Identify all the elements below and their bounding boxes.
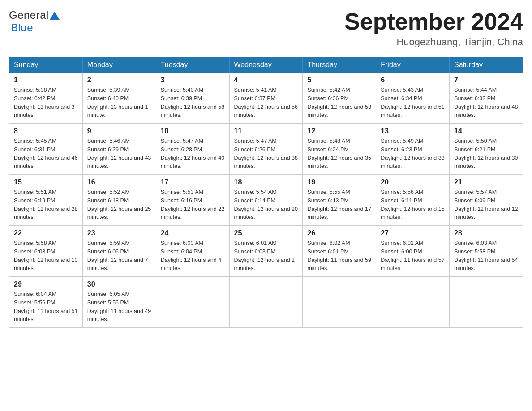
- day-info: Sunrise: 6:03 AM Sunset: 5:58 PM Dayligh…: [454, 239, 518, 273]
- day-number: 8: [14, 127, 78, 135]
- week-row-1: 1 Sunrise: 5:38 AM Sunset: 6:42 PM Dayli…: [9, 73, 523, 124]
- day-info: Sunrise: 6:05 AM Sunset: 5:55 PM Dayligh…: [87, 290, 151, 324]
- table-row: 20 Sunrise: 5:56 AM Sunset: 6:11 PM Dayl…: [376, 175, 450, 226]
- day-number: 6: [381, 76, 445, 84]
- table-row: 17 Sunrise: 5:53 AM Sunset: 6:16 PM Dayl…: [156, 175, 229, 226]
- day-info: Sunrise: 5:45 AM Sunset: 6:31 PM Dayligh…: [14, 137, 78, 171]
- table-row: 3 Sunrise: 5:40 AM Sunset: 6:39 PM Dayli…: [156, 73, 229, 124]
- day-number: 22: [14, 229, 78, 237]
- day-number: 18: [234, 178, 298, 186]
- table-row: 4 Sunrise: 5:41 AM Sunset: 6:37 PM Dayli…: [229, 73, 303, 124]
- day-info: Sunrise: 6:01 AM Sunset: 6:03 PM Dayligh…: [234, 239, 298, 273]
- logo-general-text: General: [9, 9, 49, 21]
- day-info: Sunrise: 5:39 AM Sunset: 6:40 PM Dayligh…: [87, 86, 151, 120]
- logo: General Blue: [9, 9, 60, 34]
- table-row: 23 Sunrise: 5:59 AM Sunset: 6:06 PM Dayl…: [82, 226, 156, 277]
- day-number: 10: [161, 127, 225, 135]
- day-number: 25: [234, 229, 298, 237]
- day-number: 4: [234, 76, 298, 84]
- table-row: 2 Sunrise: 5:39 AM Sunset: 6:40 PM Dayli…: [82, 73, 156, 124]
- day-info: Sunrise: 5:55 AM Sunset: 6:13 PM Dayligh…: [307, 188, 371, 222]
- table-row: 12 Sunrise: 5:48 AM Sunset: 6:24 PM Dayl…: [303, 124, 376, 175]
- day-number: 17: [161, 178, 225, 186]
- day-info: Sunrise: 5:56 AM Sunset: 6:11 PM Dayligh…: [381, 188, 445, 222]
- day-info: Sunrise: 5:38 AM Sunset: 6:42 PM Dayligh…: [14, 86, 78, 120]
- table-row: 16 Sunrise: 5:52 AM Sunset: 6:18 PM Dayl…: [82, 175, 156, 226]
- table-row: 7 Sunrise: 5:44 AM Sunset: 6:32 PM Dayli…: [450, 73, 523, 124]
- table-row: [229, 277, 303, 328]
- table-row: 14 Sunrise: 5:50 AM Sunset: 6:21 PM Dayl…: [450, 124, 523, 175]
- week-row-3: 15 Sunrise: 5:51 AM Sunset: 6:19 PM Dayl…: [9, 175, 523, 226]
- day-number: 2: [87, 76, 151, 84]
- week-row-4: 22 Sunrise: 5:58 AM Sunset: 6:08 PM Dayl…: [9, 226, 523, 277]
- day-info: Sunrise: 5:52 AM Sunset: 6:18 PM Dayligh…: [87, 188, 151, 222]
- table-row: [376, 277, 450, 328]
- day-info: Sunrise: 5:59 AM Sunset: 6:06 PM Dayligh…: [87, 239, 151, 273]
- day-number: 28: [454, 229, 518, 237]
- day-number: 21: [454, 178, 518, 186]
- table-row: 15 Sunrise: 5:51 AM Sunset: 6:19 PM Dayl…: [9, 175, 83, 226]
- day-number: 27: [381, 229, 445, 237]
- day-number: 19: [307, 178, 371, 186]
- day-info: Sunrise: 5:57 AM Sunset: 6:09 PM Dayligh…: [454, 188, 518, 222]
- day-number: 3: [161, 76, 225, 84]
- day-number: 7: [454, 76, 518, 84]
- day-info: Sunrise: 5:58 AM Sunset: 6:08 PM Dayligh…: [14, 239, 78, 273]
- day-info: Sunrise: 5:41 AM Sunset: 6:37 PM Dayligh…: [234, 86, 298, 120]
- day-info: Sunrise: 5:54 AM Sunset: 6:14 PM Dayligh…: [234, 188, 298, 222]
- day-info: Sunrise: 5:48 AM Sunset: 6:24 PM Dayligh…: [307, 137, 371, 171]
- day-info: Sunrise: 5:43 AM Sunset: 6:34 PM Dayligh…: [381, 86, 445, 120]
- calendar-title-block: September 2024 Huogezhuang, Tianjin, Chi…: [344, 9, 523, 48]
- day-info: Sunrise: 5:46 AM Sunset: 6:29 PM Dayligh…: [87, 137, 151, 171]
- logo-triangle-icon: [50, 12, 60, 20]
- week-row-5: 29 Sunrise: 6:04 AM Sunset: 5:56 PM Dayl…: [9, 277, 523, 328]
- day-number: 26: [307, 229, 371, 237]
- table-row: 6 Sunrise: 5:43 AM Sunset: 6:34 PM Dayli…: [376, 73, 450, 124]
- table-row: 26 Sunrise: 6:02 AM Sunset: 6:01 PM Dayl…: [303, 226, 376, 277]
- day-number: 9: [87, 127, 151, 135]
- table-row: 19 Sunrise: 5:55 AM Sunset: 6:13 PM Dayl…: [303, 175, 376, 226]
- day-info: Sunrise: 5:49 AM Sunset: 6:23 PM Dayligh…: [381, 137, 445, 171]
- day-number: 20: [381, 178, 445, 186]
- day-number: 16: [87, 178, 151, 186]
- table-row: 11 Sunrise: 5:47 AM Sunset: 6:26 PM Dayl…: [229, 124, 303, 175]
- day-info: Sunrise: 5:47 AM Sunset: 6:28 PM Dayligh…: [161, 137, 225, 171]
- table-row: 8 Sunrise: 5:45 AM Sunset: 6:31 PM Dayli…: [9, 124, 83, 175]
- svg-marker-0: [50, 12, 60, 20]
- day-number: 24: [161, 229, 225, 237]
- table-row: 21 Sunrise: 5:57 AM Sunset: 6:09 PM Dayl…: [450, 175, 523, 226]
- table-row: [450, 277, 523, 328]
- day-number: 11: [234, 127, 298, 135]
- table-row: 5 Sunrise: 5:42 AM Sunset: 6:36 PM Dayli…: [303, 73, 376, 124]
- header-monday: Monday: [82, 57, 156, 73]
- header-tuesday: Tuesday: [156, 57, 229, 73]
- table-row: 27 Sunrise: 6:02 AM Sunset: 6:00 PM Dayl…: [376, 226, 450, 277]
- table-row: 29 Sunrise: 6:04 AM Sunset: 5:56 PM Dayl…: [9, 277, 83, 328]
- day-info: Sunrise: 5:44 AM Sunset: 6:32 PM Dayligh…: [454, 86, 518, 120]
- day-number: 14: [454, 127, 518, 135]
- day-info: Sunrise: 5:51 AM Sunset: 6:19 PM Dayligh…: [14, 188, 78, 222]
- calendar-table: Sunday Monday Tuesday Wednesday Thursday…: [9, 57, 523, 328]
- day-info: Sunrise: 5:42 AM Sunset: 6:36 PM Dayligh…: [307, 86, 371, 120]
- day-info: Sunrise: 5:50 AM Sunset: 6:21 PM Dayligh…: [454, 137, 518, 171]
- day-info: Sunrise: 5:53 AM Sunset: 6:16 PM Dayligh…: [161, 188, 225, 222]
- day-number: 29: [14, 280, 78, 288]
- day-info: Sunrise: 6:02 AM Sunset: 6:00 PM Dayligh…: [381, 239, 445, 273]
- table-row: 30 Sunrise: 6:05 AM Sunset: 5:55 PM Dayl…: [82, 277, 156, 328]
- day-number: 12: [307, 127, 371, 135]
- week-row-2: 8 Sunrise: 5:45 AM Sunset: 6:31 PM Dayli…: [9, 124, 523, 175]
- table-row: 18 Sunrise: 5:54 AM Sunset: 6:14 PM Dayl…: [229, 175, 303, 226]
- table-row: 10 Sunrise: 5:47 AM Sunset: 6:28 PM Dayl…: [156, 124, 229, 175]
- day-info: Sunrise: 5:40 AM Sunset: 6:39 PM Dayligh…: [161, 86, 225, 120]
- day-number: 13: [381, 127, 445, 135]
- table-row: 1 Sunrise: 5:38 AM Sunset: 6:42 PM Dayli…: [9, 73, 83, 124]
- day-info: Sunrise: 6:02 AM Sunset: 6:01 PM Dayligh…: [307, 239, 371, 273]
- day-number: 30: [87, 280, 151, 288]
- weekday-header-row: Sunday Monday Tuesday Wednesday Thursday…: [9, 57, 523, 73]
- day-number: 23: [87, 229, 151, 237]
- day-number: 1: [14, 76, 78, 84]
- day-info: Sunrise: 5:47 AM Sunset: 6:26 PM Dayligh…: [234, 137, 298, 171]
- day-info: Sunrise: 6:00 AM Sunset: 6:04 PM Dayligh…: [161, 239, 225, 273]
- day-number: 15: [14, 178, 78, 186]
- header-friday: Friday: [376, 57, 450, 73]
